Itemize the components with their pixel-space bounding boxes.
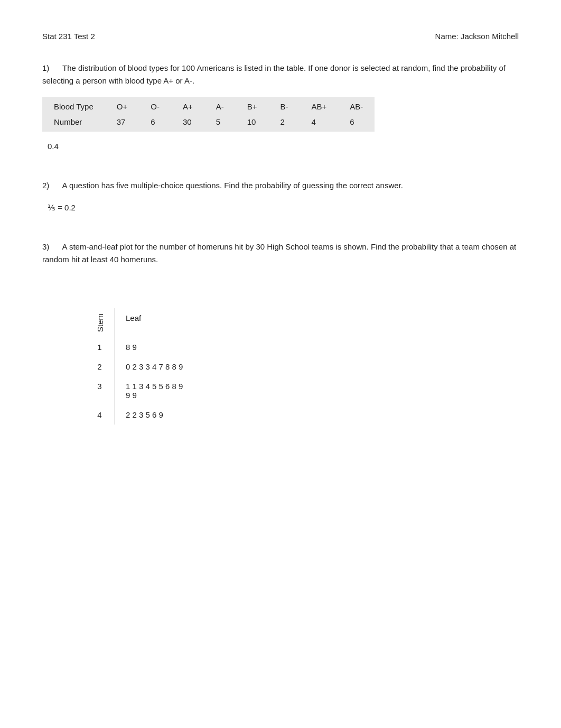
stem-4: 4 xyxy=(85,405,115,425)
col-bplus: B+ xyxy=(236,97,269,114)
stem-1: 1 xyxy=(85,337,115,357)
question-2-number: 2) xyxy=(42,181,49,190)
stem-leaf-header-row: Stem Leaf xyxy=(85,308,193,337)
question-3-body: A stem-and-leaf plot for the number of h… xyxy=(42,242,516,264)
val-bplus: 10 xyxy=(236,114,269,132)
blood-type-table: Blood Type O+ O- A+ A- B+ B- AB+ AB- Num… xyxy=(42,97,375,132)
leaf-4: 2 2 3 5 6 9 xyxy=(115,405,194,425)
leaf-2: 0 2 3 3 4 7 8 8 9 xyxy=(115,357,194,376)
table-header-row: Blood Type O+ O- A+ A- B+ B- AB+ AB- xyxy=(42,97,375,114)
col-ominus: O- xyxy=(139,97,171,114)
stem-leaf-row-2: 2 0 2 3 3 4 7 8 8 9 xyxy=(85,357,193,376)
stem-leaf-row-4: 4 2 2 3 5 6 9 xyxy=(85,405,193,425)
leaf-1: 8 9 xyxy=(115,337,194,357)
col-abplus: AB+ xyxy=(300,97,338,114)
col-abminus: AB- xyxy=(338,97,375,114)
val-oplus: 37 xyxy=(105,114,139,132)
stem-leaf-row-3: 3 1 1 3 4 5 5 6 8 9 9 9 xyxy=(85,376,193,405)
stem-leaf-row-1: 1 8 9 xyxy=(85,337,193,357)
question-3: 3) A stem-and-leaf plot for the number o… xyxy=(42,241,519,425)
leaf-header: Leaf xyxy=(115,308,194,337)
question-1: 1) The distribution of blood types for 1… xyxy=(42,62,519,153)
col-bminus: B- xyxy=(268,97,300,114)
header-left: Stat 231 Test 2 xyxy=(42,32,95,41)
row-number-label: Number xyxy=(42,114,105,132)
col-aminus: A- xyxy=(204,97,236,114)
stem-leaf-table: Stem Leaf 1 8 9 2 0 2 3 3 4 7 8 8 9 3 1 … xyxy=(85,308,193,425)
question-2-body: A question has five multiple-choice ques… xyxy=(62,181,403,190)
col-aplus: A+ xyxy=(171,97,204,114)
question-1-body: The distribution of blood types for 100 … xyxy=(42,63,506,85)
stem-2: 2 xyxy=(85,357,115,376)
col-oplus: O+ xyxy=(105,97,139,114)
col-blood-type: Blood Type xyxy=(42,97,105,114)
question-2: 2) A question has five multiple-choice q… xyxy=(42,179,519,214)
val-abminus: 6 xyxy=(338,114,375,132)
val-bminus: 2 xyxy=(268,114,300,132)
question-1-text: 1) The distribution of blood types for 1… xyxy=(42,62,519,87)
val-ominus: 6 xyxy=(139,114,171,132)
val-abplus: 4 xyxy=(300,114,338,132)
question-2-text: 2) A question has five multiple-choice q… xyxy=(42,179,519,192)
stem-header: Stem xyxy=(85,308,115,337)
question-3-number: 3) xyxy=(42,242,49,251)
question-2-answer: ⅕ = 0.2 xyxy=(48,201,519,214)
question-3-text: 3) A stem-and-leaf plot for the number o… xyxy=(42,241,519,266)
question-1-answer: 0.4 xyxy=(48,140,519,153)
stem-3: 3 xyxy=(85,376,115,405)
table-data-row: Number 37 6 30 5 10 2 4 6 xyxy=(42,114,375,132)
header-right: Name: Jackson Mitchell xyxy=(435,32,519,41)
question-1-number: 1) xyxy=(42,63,49,72)
leaf-3: 1 1 3 4 5 5 6 8 9 9 9 xyxy=(115,376,194,405)
val-aminus: 5 xyxy=(204,114,236,132)
val-aplus: 30 xyxy=(171,114,204,132)
